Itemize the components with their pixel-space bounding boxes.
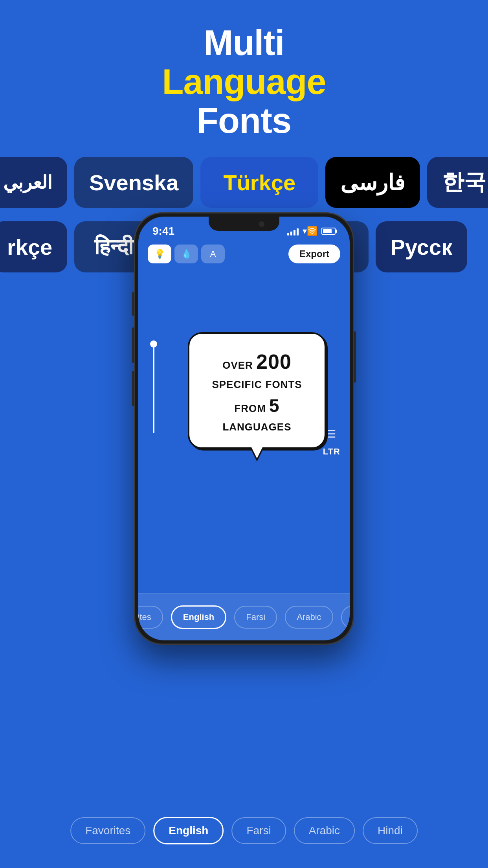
phone-canvas: Over 200 specific fonts from 5 languages… [138, 268, 350, 496]
header-line3: Fonts [0, 101, 488, 140]
lightbulb-icon: 💡 [154, 249, 165, 259]
battery-tip [336, 230, 337, 233]
phone-notch [209, 217, 279, 231]
export-button[interactable]: Export [288, 245, 340, 263]
lang-chip-rkce[interactable]: rkçe [0, 221, 67, 272]
phone-tab-english[interactable]: English [171, 605, 226, 629]
phone-camera [259, 221, 264, 227]
phone-tab-bar: Favorites English Farsi Arabic Hindi [138, 593, 350, 640]
phone-tab-farsi[interactable]: Farsi [234, 606, 277, 629]
signal-bar-3 [294, 230, 295, 235]
bottom-tab-arabic[interactable]: Arabic [294, 817, 355, 844]
bottom-tab-hindi[interactable]: Hindi [363, 817, 418, 844]
bubble-from: from [234, 403, 269, 414]
speech-bubble-container: Over 200 specific fonts from 5 languages [166, 332, 330, 449]
font-size-slider[interactable] [150, 340, 157, 433]
phone-button-vol-up [132, 327, 134, 363]
lang-chip-arabic-partial[interactable]: العربي [0, 157, 67, 208]
battery-fill [323, 229, 332, 233]
bubble-text-line1: Over 200 specific fonts [204, 346, 310, 392]
phone-button-power [354, 331, 356, 383]
phone-button-vol-down [132, 371, 134, 406]
signal-icon [287, 227, 299, 235]
ltr-badge[interactable]: LTR [323, 447, 340, 457]
status-time: 9:41 [152, 225, 174, 237]
app-toolbar: 💡 💧 A Export [138, 240, 350, 268]
slider-track [153, 347, 154, 433]
phone-outer: 9:41 ▾🛜 [134, 212, 354, 645]
bottom-tab-farsi[interactable]: Farsi [231, 817, 286, 844]
signal-bar-4 [297, 228, 299, 235]
phone-button-mute [132, 292, 134, 316]
phone-tab-hindi[interactable]: Hindi [341, 606, 350, 629]
lang-chip-russian[interactable]: Русск [376, 221, 467, 272]
phone-side-icons: ☰ LTR [323, 428, 340, 457]
lang-chip-farsi[interactable]: فارسی [325, 157, 420, 208]
phone-screen: 9:41 ▾🛜 [138, 217, 350, 640]
toolbar-color-button[interactable]: 💧 [174, 245, 198, 263]
toolbar-light-button[interactable]: 💡 [148, 245, 171, 263]
header-line1: Multi [0, 24, 488, 63]
bubble-text-line2: from 5 languages [204, 392, 310, 435]
bubble-specific: specific fonts [212, 379, 302, 390]
lang-chips-row1: العربي Svenska Türkçe فارسی 한국어 [0, 152, 488, 213]
toolbar-text-button[interactable]: A [201, 245, 225, 263]
bubble-over: Over [222, 359, 256, 371]
lang-chip-turkce[interactable]: Türkçe [200, 157, 318, 208]
signal-bar-2 [290, 232, 292, 235]
bubble-200: 200 [256, 350, 292, 373]
bubble-5: 5 [269, 395, 280, 416]
phone-mockup: 9:41 ▾🛜 [134, 212, 354, 645]
droplet-icon: 💧 [181, 249, 192, 259]
menu-icon[interactable]: ☰ [327, 428, 336, 440]
speech-bubble: Over 200 specific fonts from 5 languages [188, 332, 326, 449]
bottom-tab-english[interactable]: English [153, 817, 224, 844]
header-line2: Language [0, 63, 488, 101]
bubble-languages: languages [222, 421, 291, 433]
phone-tab-arabic[interactable]: Arabic [285, 606, 333, 629]
toolbar-left-buttons: 💡 💧 A [148, 245, 225, 263]
text-icon: A [210, 249, 216, 259]
status-icons: ▾🛜 [287, 226, 336, 236]
bottom-tab-favorites[interactable]: Favorites [70, 817, 145, 844]
signal-bar-1 [287, 233, 289, 235]
wifi-icon: ▾🛜 [303, 226, 317, 236]
battery-icon [321, 228, 336, 235]
bottom-tabs: Favorites English Farsi Arabic Hindi [70, 817, 418, 844]
header-section: Multi Language Fonts [0, 0, 488, 152]
lang-chip-svenska[interactable]: Svenska [74, 157, 193, 208]
phone-tab-favorites[interactable]: Favorites [138, 606, 163, 629]
lang-chip-korean[interactable]: 한국어 [427, 157, 488, 208]
